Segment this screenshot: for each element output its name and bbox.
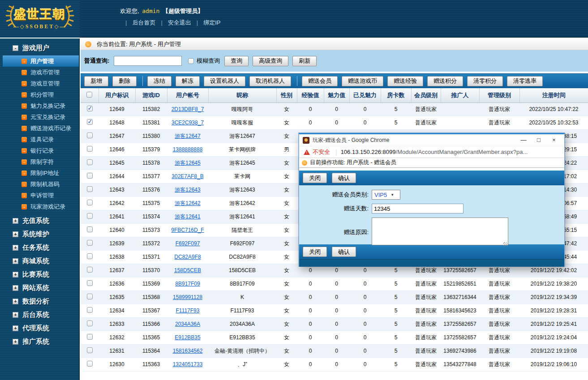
search-input[interactable]: [114, 56, 182, 66]
account-link[interactable]: 游客12645: [175, 160, 200, 166]
expand-icon[interactable]: +: [13, 258, 18, 264]
sidebar-item[interactable]: 道具记录: [0, 134, 79, 145]
account-link[interactable]: 2D13DBF8_7: [172, 106, 204, 112]
sidebar-section[interactable]: + 后台系统: [0, 308, 79, 321]
sidebar-item[interactable]: 元宝兑换记录: [0, 111, 79, 123]
expand-icon[interactable]: +: [13, 339, 18, 345]
toolbar-button[interactable]: 赠送积分: [427, 76, 463, 86]
confirm-button[interactable]: 确认: [332, 247, 356, 257]
expand-icon[interactable]: +: [13, 299, 18, 304]
column-header[interactable]: 用户标识: [99, 88, 135, 102]
column-header[interactable]: 注册时间: [519, 88, 588, 102]
account-link[interactable]: 1589991128: [173, 294, 202, 300]
toolbar-button[interactable]: 赠送游戏币: [342, 76, 383, 86]
row-checkbox[interactable]: [87, 106, 93, 111]
account-link[interactable]: 游客12642: [175, 200, 200, 206]
expand-icon[interactable]: +: [13, 245, 18, 251]
grant-days-input[interactable]: [372, 204, 464, 213]
collapse-icon[interactable]: -: [13, 45, 18, 51]
table-row[interactable]: 12635 115368 1589991128 K 女 0 0 0 5 普通玩家…: [81, 290, 588, 304]
account-link[interactable]: 游客12647: [175, 133, 200, 139]
row-checkbox[interactable]: [87, 173, 93, 179]
sidebar-item[interactable]: 积分管理: [0, 89, 79, 100]
column-header[interactable]: 管理级别: [479, 88, 519, 102]
vip-type-select[interactable]: VIP5 ▼: [372, 190, 400, 200]
top-nav-link[interactable]: 后台首页: [120, 19, 155, 26]
row-checkbox[interactable]: [87, 200, 93, 205]
toolbar-button[interactable]: 新增: [84, 76, 108, 86]
account-link[interactable]: 3CE2C938_7: [172, 120, 204, 126]
account-link[interactable]: 游客12643: [175, 187, 200, 193]
sidebar-item[interactable]: 魅力兑换记录: [0, 100, 79, 111]
table-row[interactable]: 12633 115366 2034A36A 2034A36A 女 0 0 0 5…: [81, 317, 588, 331]
sidebar-item[interactable]: 限制IP地址: [0, 167, 79, 179]
top-nav-link[interactable]: 绑定IP: [191, 19, 221, 26]
row-checkbox[interactable]: [87, 253, 93, 259]
column-header[interactable]: 性别: [276, 88, 297, 102]
row-checkbox[interactable]: [87, 307, 93, 313]
sidebar-item[interactable]: 游戏币管理: [0, 67, 79, 78]
grant-reason-textarea[interactable]: [372, 218, 508, 245]
sidebar-item[interactable]: 玩家游戏记录: [0, 201, 79, 212]
row-checkbox[interactable]: [87, 347, 93, 353]
sidebar-section[interactable]: + 数据分析: [0, 295, 79, 308]
column-header[interactable]: 会员级别: [411, 88, 441, 102]
search-button[interactable]: 高级查询: [253, 56, 288, 66]
column-header[interactable]: 游戏ID: [135, 88, 167, 102]
row-checkbox[interactable]: [87, 119, 93, 125]
popup-title-bar[interactable]: 玩家-赠送会员 - Google Chrome — □ ×: [299, 134, 564, 146]
toolbar-button[interactable]: 赠送会员: [302, 76, 338, 86]
row-checkbox[interactable]: [87, 294, 93, 299]
expand-icon[interactable]: +: [13, 312, 18, 318]
close-icon[interactable]: ×: [546, 135, 562, 145]
sidebar-section-game-users[interactable]: - 游戏用户: [0, 41, 79, 55]
close-button[interactable]: 关闭: [303, 247, 327, 257]
close-button[interactable]: 关闭: [303, 173, 327, 183]
column-header[interactable]: 房卡数: [381, 88, 411, 102]
top-nav-link[interactable]: 安全退出: [155, 19, 191, 26]
account-link[interactable]: F1117F93: [176, 307, 200, 314]
sidebar-item[interactable]: 赠送游戏币记录: [0, 123, 79, 134]
account-link[interactable]: 1388888888: [173, 146, 203, 153]
table-row[interactable]: 12631 115364 1581634562 金融-黄清潮（招聘中） 女 0 …: [81, 344, 588, 358]
address-bar[interactable]: 不安全 | 106.13.150.226:8099 /Module/Accoun…: [299, 146, 564, 158]
table-row[interactable]: 12649 115382 2D13DBF8_7 嘎嘎阿哥 女 0 0 0 5 普…: [81, 102, 588, 116]
column-header[interactable]: 已兑魅力: [349, 88, 381, 102]
column-header[interactable]: 魅力值: [324, 88, 349, 102]
account-link[interactable]: E912BB35: [175, 334, 200, 341]
expand-icon[interactable]: +: [13, 272, 18, 278]
account-link[interactable]: 游客12641: [175, 213, 200, 220]
column-header[interactable]: 推广人: [441, 88, 479, 102]
row-checkbox[interactable]: [87, 186, 93, 192]
row-checkbox[interactable]: [87, 361, 93, 367]
row-checkbox[interactable]: [87, 132, 93, 138]
account-link[interactable]: F692F097: [176, 240, 200, 247]
expand-icon[interactable]: +: [13, 218, 18, 224]
table-row[interactable]: 12632 115365 E912BB35 E912BB35 女 0 0 0 5…: [81, 331, 588, 344]
sidebar-section[interactable]: + 商城系统: [0, 254, 79, 268]
account-link[interactable]: 9FBC716D_F: [171, 227, 204, 233]
sidebar-item[interactable]: 游戏豆管理: [0, 78, 79, 89]
account-link[interactable]: DC82A9F8: [174, 254, 201, 260]
row-checkbox[interactable]: [87, 267, 93, 273]
column-header[interactable]: 经验值: [297, 88, 324, 102]
toolbar-button[interactable]: 解冻: [176, 76, 200, 86]
toolbar-button[interactable]: 删除: [112, 76, 137, 86]
search-button[interactable]: 刷新: [292, 56, 317, 66]
account-link[interactable]: 1581634562: [173, 348, 203, 354]
sidebar-section[interactable]: + 充值系统: [0, 214, 79, 227]
sidebar-item[interactable]: 限制机器码: [0, 179, 79, 190]
confirm-button[interactable]: 确认: [332, 173, 356, 183]
account-link[interactable]: 302E7AF8_B: [172, 173, 203, 179]
sidebar-section[interactable]: + 比赛系统: [0, 268, 79, 281]
toolbar-button[interactable]: 冻结: [147, 76, 172, 86]
row-checkbox[interactable]: [87, 240, 93, 246]
row-checkbox[interactable]: [87, 213, 93, 219]
row-checkbox[interactable]: [87, 226, 93, 232]
table-row[interactable]: 12648 115381 3CE2C938_7 嘎嘎客服 女 0 0 0 5 普…: [81, 116, 588, 129]
sidebar-section[interactable]: + 任务系统: [0, 241, 79, 254]
toolbar-button[interactable]: 赠送经验: [387, 76, 423, 86]
expand-icon[interactable]: +: [13, 231, 18, 237]
sidebar-item[interactable]: 银行记录: [0, 145, 79, 156]
account-link[interactable]: 158D5CEB: [174, 267, 201, 273]
